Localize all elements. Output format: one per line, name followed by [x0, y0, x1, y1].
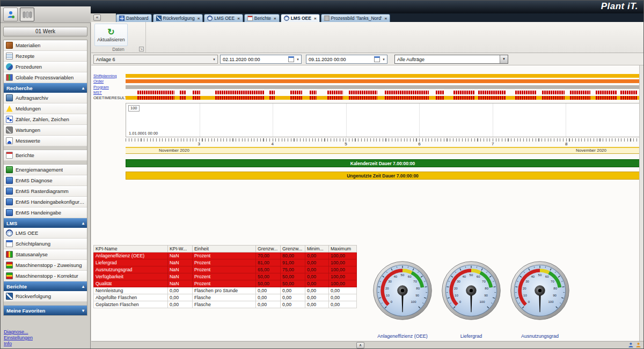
kpi-column-header[interactable]: Maximum: [329, 246, 357, 253]
svg-text:90: 90: [553, 293, 557, 297]
collapse-sidebar-button[interactable]: «: [93, 14, 101, 21]
sidebar-item-meldungen[interactable]: Meldungen: [4, 103, 87, 114]
kpi-column-header[interactable]: Grenzw...: [256, 246, 281, 253]
sidebar-item-r-ckverfolgung[interactable]: Rückverfolgung: [4, 291, 87, 302]
timeline-segment: [620, 96, 638, 100]
tabs-container: DashboardRückverfolgung×LMS OEE×Berichte…: [116, 14, 391, 22]
tab-r-ckverfolgung[interactable]: Rückverfolgung×: [153, 14, 203, 22]
kpi-row-geplatzten-flaschen[interactable]: Geplatzten Flaschen0,00Flasche0,000,000,…: [94, 301, 357, 308]
sidebar-link-diagnose[interactable]: Diagnose...: [4, 329, 33, 335]
kpi-row-anlageneffizienz-oee[interactable]: Anlageneffizienz (OEE)NaNProzent70,0080,…: [94, 253, 357, 259]
kpi-row-ausnutzungsgrad[interactable]: AusnutzungsgradNaNProzent65,0075,000,001…: [94, 266, 357, 273]
sidebar-section-recherche[interactable]: Recherche▴: [4, 83, 87, 93]
collapse-panel-button[interactable]: ∧: [356, 342, 364, 348]
kpi-column-header[interactable]: Minim...: [305, 246, 329, 253]
sidebar-item-statusanalyse[interactable]: Statusanalyse: [4, 249, 87, 260]
kpi-column-header[interactable]: KPI-Name: [94, 246, 168, 253]
timeline-row-label-shiftplanning[interactable]: Shiftplanning: [93, 73, 116, 78]
sidebar-item-enms-handeingabekonfiguration[interactable]: EnMS Handeingabekonfiguration: [4, 197, 87, 207]
tab-close-icon[interactable]: ×: [274, 16, 276, 21]
date-from-field[interactable]: 02.11.2020 00:00 ▾: [220, 55, 302, 64]
sidebar-item-label: EnMS Handeingabe: [16, 210, 61, 216]
kpi-cell: NaN: [168, 259, 193, 266]
sidebar-section-lms[interactable]: LMS▴: [4, 218, 87, 228]
calendar-icon[interactable]: [288, 56, 294, 62]
sidebar-item-maschinenstopp-zuweisung[interactable]: Maschinenstopp - Zuweisung: [4, 260, 87, 271]
timeline-row-label-order[interactable]: Order: [93, 79, 104, 84]
sidebar-item-globale-prozessvariablen[interactable]: Globale Prozessvariablen: [4, 72, 87, 83]
sidebar-item-label: Maschinenstopp - Zuweisung: [16, 262, 82, 268]
sidebar-item-label: Auftragsarchiv: [16, 95, 48, 101]
sidebar-section-meine-favoriten[interactable]: Meine Favoriten▾: [4, 306, 87, 315]
sidebar-link-einstellungen[interactable]: Einstellungen: [4, 335, 33, 341]
svg-text:80: 80: [553, 286, 557, 290]
tab-close-icon[interactable]: ×: [314, 16, 317, 21]
timeline-bar-program: [126, 85, 639, 89]
sidebar-item-enms-handeingabe[interactable]: EnMS Handeingabe: [4, 207, 87, 218]
axis-day-label: 8: [565, 142, 567, 146]
sidebar-item-rezepte[interactable]: Rezepte: [4, 51, 87, 62]
timeline-segment: [596, 91, 617, 94]
kpi-column-header[interactable]: KPI-W...: [168, 246, 193, 253]
sidebar-item-schichtplanung[interactable]: Schichtplanung: [4, 239, 87, 249]
sidebar-item-enms-diagnose[interactable]: EnMS Diagnose: [4, 175, 87, 186]
sidebar-item-enms-rasterdiagramm[interactable]: EnMS Rasterdiagramm: [4, 186, 87, 197]
sidebar-separator: [4, 161, 87, 165]
sidebar-item-label: Materialien: [16, 42, 40, 48]
status-icons: [628, 342, 641, 348]
sidebar-item-materialien[interactable]: Materialien: [4, 40, 87, 51]
sidebar-item-auftragsarchiv[interactable]: Auftragsarchiv: [4, 93, 87, 103]
kpi-row-qualit-t[interactable]: QualitätNaNProzent50,0050,000,00100,00: [94, 280, 357, 287]
kpi-column-header[interactable]: Grenzw...: [281, 246, 305, 253]
sidebar-item-lms-oee[interactable]: LMS OEE: [4, 228, 87, 239]
tab-lms-oee[interactable]: LMS OEE×: [204, 14, 243, 22]
order-select[interactable]: Alle Aufträge ▾: [394, 55, 508, 64]
kpi-column-header[interactable]: Einheit: [193, 246, 256, 253]
refresh-button[interactable]: ↻ Aktualisieren: [94, 24, 128, 46]
kpi-cell: Nennleistung: [94, 287, 168, 294]
vertical-scrollbar[interactable]: [639, 65, 643, 341]
timeline-row-label-mst[interactable]: MST: [93, 90, 102, 95]
kpi-row-liefergrad[interactable]: LiefergradNaNProzent81,0091,000,00100,00: [94, 259, 357, 266]
sidebar-item-energiemanagement[interactable]: Energiemanagement: [4, 165, 87, 175]
svg-text:30: 30: [388, 279, 392, 283]
tab-label: LMS OEE: [291, 16, 311, 21]
sidebar-section-berichte[interactable]: Berichte▴: [4, 281, 87, 291]
chevron-down-icon[interactable]: ▾: [380, 57, 387, 62]
kpi-row-abgef-llte-flaschen[interactable]: Abgefüllte Flaschen0,00Flasche0,000,000,…: [94, 294, 357, 301]
kpi-cell: Prozent: [193, 273, 256, 280]
svg-text:30: 30: [525, 279, 529, 283]
tab-prozessbild-tanks-nord[interactable]: Prozessbild 'Tanks_Nord'×: [321, 14, 391, 22]
axis-day-label: 3: [198, 142, 200, 146]
date-to-field[interactable]: 09.11.2020 00:00 ▾: [306, 55, 387, 64]
sidebar-item-berichte[interactable]: Berichte: [4, 150, 87, 161]
sidebar-item-z-hler-zahlen-zeichen[interactable]: Zähler, Zahlen, Zeichen: [4, 114, 87, 125]
time-axis-month-band: November 2020 November 2020: [126, 147, 639, 154]
tab-berichte[interactable]: Berichte×: [244, 14, 280, 22]
sidebar-item-prozeduren[interactable]: Prozeduren: [4, 62, 87, 72]
kpi-row-nennleistung[interactable]: Nennleistung0,00Flaschen pro Stunde0,000…: [94, 287, 357, 294]
dialog-launcher-icon[interactable]: ↘: [139, 47, 144, 51]
tab-close-icon[interactable]: ×: [237, 16, 240, 21]
gridline: [346, 103, 347, 137]
prozessbild-window-icon[interactable]: [20, 8, 34, 21]
svg-text:20: 20: [454, 286, 458, 290]
sidebar-item-messwerte[interactable]: Messwerte: [4, 136, 87, 146]
user-session-icon[interactable]: [3, 8, 18, 21]
timeline-row-label-program[interactable]: Program: [93, 85, 109, 90]
kpi-cell: 0,00: [256, 287, 281, 294]
plant-select[interactable]: Anlage 6 ▾: [93, 55, 218, 64]
sidebar-item-maschinenstopp-korrektur[interactable]: Maschinenstopp - Korrektur: [4, 271, 87, 281]
tab-close-icon[interactable]: ×: [197, 16, 200, 21]
sidebar-link-info[interactable]: Info: [4, 341, 33, 347]
tab-lms-oee[interactable]: LMS OEE×: [281, 14, 320, 22]
kpi-row-verf-gbarkeit[interactable]: VerfügbarkeitNaNProzent50,0050,000,00100…: [94, 273, 357, 280]
chevron-down-icon[interactable]: ▾: [500, 55, 508, 63]
tab-dashboard[interactable]: Dashboard: [116, 14, 152, 22]
timeline-segment: [290, 96, 302, 100]
calendar-icon[interactable]: [374, 56, 380, 62]
chevron-down-icon[interactable]: ▾: [295, 57, 301, 62]
gauge-dial: 0102030405060708090100: [371, 259, 434, 322]
sidebar-item-wartungen[interactable]: Wartungen: [4, 125, 87, 136]
tab-close-icon[interactable]: ×: [385, 16, 387, 21]
